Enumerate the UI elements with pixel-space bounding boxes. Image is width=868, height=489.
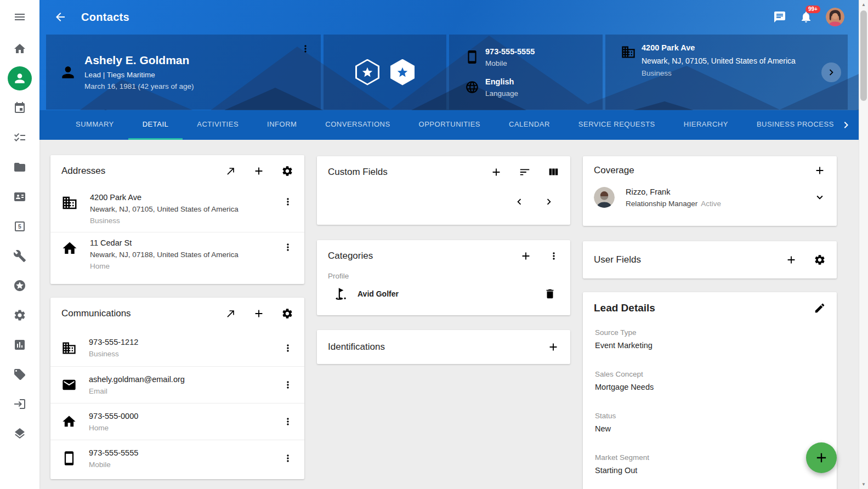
primary-address-line2: Newark, NJ, 07105, United States of Amer… bbox=[642, 56, 796, 65]
communication-list-item[interactable]: 973-555-0000Home bbox=[50, 403, 304, 440]
addresses-title: Addresses bbox=[61, 166, 105, 177]
chat-icon bbox=[773, 10, 786, 24]
category-delete-button[interactable] bbox=[544, 288, 556, 300]
communication-list-item[interactable]: 973-555-1212Business bbox=[50, 329, 304, 366]
category-list-item[interactable]: Avid Golfer bbox=[317, 285, 570, 303]
home-icon bbox=[61, 240, 78, 257]
sidebar-item-settings[interactable] bbox=[0, 300, 39, 330]
lead-field-label: Market Segment bbox=[595, 453, 825, 462]
sidebar-item-contacts-active[interactable] bbox=[0, 64, 39, 93]
categories-overflow-button[interactable] bbox=[548, 251, 559, 261]
wrench-icon bbox=[13, 249, 26, 263]
communication-overflow-button[interactable] bbox=[282, 416, 293, 427]
tab-opportunities[interactable]: OPPORTUNITIES bbox=[405, 110, 495, 140]
identity-overflow-button[interactable] bbox=[300, 43, 311, 54]
back-button[interactable] bbox=[54, 10, 67, 24]
addresses-settings-button[interactable] bbox=[281, 165, 293, 177]
lead-field-label: Status bbox=[595, 412, 825, 420]
hexagon-star-badge-2[interactable] bbox=[390, 59, 415, 86]
tab-inform[interactable]: INFORM bbox=[253, 110, 311, 140]
communications-open-button[interactable] bbox=[225, 308, 236, 319]
chevron-left-icon bbox=[513, 196, 525, 208]
address-overflow-button[interactable] bbox=[282, 196, 293, 207]
coverage-expand-button[interactable] bbox=[814, 191, 826, 203]
tab-hierarchy[interactable]: HIERARCHY bbox=[670, 110, 742, 140]
user-fields-card: User Fields bbox=[583, 241, 837, 278]
content-column-3: Coverage Rizzo, Frank Relationship M bbox=[583, 140, 837, 489]
plus-icon bbox=[814, 450, 829, 465]
tab-summary[interactable]: SUMMARY bbox=[61, 110, 128, 140]
communication-overflow-button[interactable] bbox=[282, 453, 293, 464]
communication-overflow-button[interactable] bbox=[282, 379, 293, 390]
notifications-button[interactable]: 99+ bbox=[799, 10, 813, 24]
lead-field: Source Type Event Marketing bbox=[595, 328, 825, 350]
custom-fields-columns-button[interactable] bbox=[547, 166, 559, 178]
tab-activities[interactable]: ACTIVITIES bbox=[183, 110, 253, 140]
next-panel-button[interactable] bbox=[821, 62, 841, 82]
address-overflow-button[interactable] bbox=[282, 242, 293, 253]
custom-fields-sort-button[interactable] bbox=[519, 166, 531, 178]
active-nav-circle bbox=[8, 66, 32, 90]
coverage-person-name: Rizzo, Frank bbox=[626, 187, 721, 196]
tabs-scroll-right-button[interactable] bbox=[833, 110, 859, 140]
sidebar-item-sign-in[interactable] bbox=[0, 389, 39, 419]
custom-fields-add-button[interactable] bbox=[490, 166, 502, 178]
coverage-list-item[interactable]: Rizzo, Frank Relationship ManagerActive bbox=[583, 185, 837, 208]
addresses-open-button[interactable] bbox=[225, 166, 236, 177]
custom-fields-title: Custom Fields bbox=[328, 167, 388, 178]
sidebar-item-home[interactable] bbox=[0, 34, 39, 64]
sidebar-item-tasks[interactable] bbox=[0, 123, 39, 152]
chat-button[interactable] bbox=[773, 10, 786, 24]
sidebar-item-menu[interactable] bbox=[0, 0, 39, 34]
communications-add-button[interactable] bbox=[253, 308, 265, 320]
address-list-item[interactable]: 11 Cedar St Newark, NJ, 07188, United St… bbox=[50, 232, 304, 277]
user-fields-add-button[interactable] bbox=[785, 254, 797, 266]
scrollbar-thumb[interactable] bbox=[860, 10, 867, 101]
categories-add-button[interactable] bbox=[520, 250, 532, 262]
addresses-add-button[interactable] bbox=[253, 165, 265, 177]
sidebar-item-featured[interactable] bbox=[0, 271, 39, 300]
plus-icon bbox=[253, 308, 265, 320]
add-fab-button[interactable] bbox=[806, 442, 837, 473]
page-previous-button[interactable] bbox=[513, 196, 525, 208]
kebab-icon bbox=[282, 343, 293, 354]
user-avatar[interactable] bbox=[826, 8, 844, 26]
kebab-icon bbox=[548, 251, 559, 261]
gear-icon bbox=[281, 165, 293, 177]
tab-detail[interactable]: DETAIL bbox=[128, 110, 183, 140]
sidebar-item-layers[interactable] bbox=[0, 419, 39, 448]
page-next-button[interactable] bbox=[543, 196, 555, 208]
sidebar-item-tools[interactable] bbox=[0, 241, 39, 271]
user-fields-settings-button[interactable] bbox=[814, 254, 826, 266]
detail-content: Addresses 4200 Park Ave Newark, NJ, 0710… bbox=[39, 140, 859, 489]
lead-details-edit-button[interactable] bbox=[814, 302, 826, 314]
sidebar-item-tags[interactable] bbox=[0, 360, 39, 389]
communications-settings-button[interactable] bbox=[281, 308, 293, 320]
scrollbar-up-button[interactable]: ▲ bbox=[859, 0, 868, 9]
tab-calendar[interactable]: CALENDAR bbox=[495, 110, 564, 140]
scrollbar-down-button[interactable]: ▼ bbox=[859, 480, 868, 489]
communication-list-item[interactable]: 973-555-5555Mobile bbox=[50, 440, 304, 476]
sidebar-item-calendar[interactable] bbox=[0, 93, 39, 123]
contact-name: Ashely E. Goldman bbox=[84, 54, 194, 67]
sidebar-item-notes[interactable]: 5 bbox=[0, 212, 39, 241]
sidebar-item-analytics[interactable] bbox=[0, 330, 39, 360]
coverage-add-button[interactable] bbox=[814, 164, 826, 177]
page-scrollbar[interactable]: ▲ ▼ bbox=[859, 0, 868, 489]
chevron-right-icon bbox=[825, 66, 837, 78]
user-fields-title: User Fields bbox=[594, 254, 641, 265]
communication-overflow-button[interactable] bbox=[282, 343, 293, 354]
tab-conversations[interactable]: CONVERSATIONS bbox=[311, 110, 404, 140]
chevron-right-icon bbox=[543, 196, 555, 208]
address-list-item[interactable]: 4200 Park Ave Newark, NJ, 07105, United … bbox=[50, 187, 304, 232]
identifications-add-button[interactable] bbox=[547, 341, 559, 353]
sidebar-item-folder[interactable] bbox=[0, 152, 39, 182]
communication-type: Email bbox=[89, 387, 185, 395]
tab-service-requests[interactable]: SERVICE REQUESTS bbox=[564, 110, 670, 140]
mobile-phone-icon bbox=[61, 451, 77, 466]
sidebar-item-contact-card[interactable] bbox=[0, 182, 39, 212]
communication-value: 973-555-0000 bbox=[89, 412, 138, 420]
hexagon-star-badge-1[interactable] bbox=[355, 59, 379, 86]
globe-icon bbox=[465, 80, 479, 94]
communication-list-item[interactable]: ashely.goldman@email.orgEmail bbox=[50, 366, 304, 403]
